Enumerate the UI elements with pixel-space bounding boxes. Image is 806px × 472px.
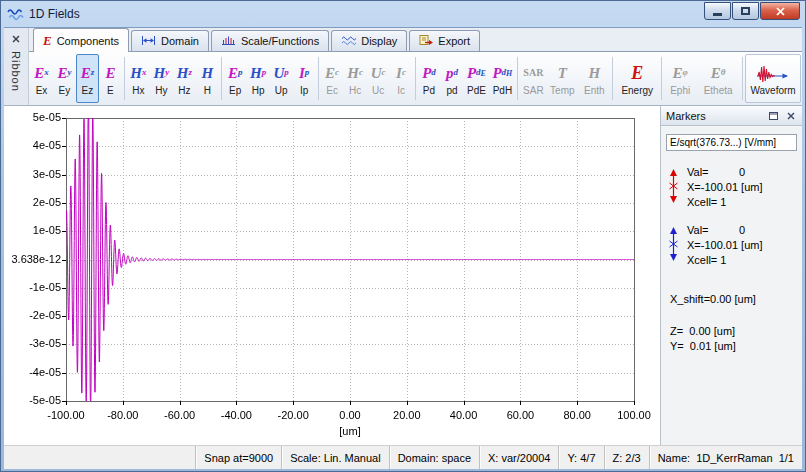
status-segment-1: Snap at=9000 [195, 446, 281, 469]
etheta-glyph-icon: Eθ [711, 62, 726, 84]
chart-canvas[interactable] [4, 106, 660, 445]
minimize-button[interactable] [704, 2, 731, 20]
waveform-glyph-icon [756, 62, 790, 84]
y-tick-label: 4e-05 [4, 139, 61, 151]
toolbar-button-label: Ey [59, 85, 71, 96]
toolbar-button-ic[interactable]: IcIc [390, 54, 413, 103]
toolbar-button-label: Temp [550, 85, 574, 96]
x-tick-label: -40.00 [204, 409, 268, 421]
panel-close-button[interactable] [784, 109, 797, 122]
status-segment-6: Z: 2/3 [604, 446, 649, 469]
x-tick-label: -80.00 [91, 409, 155, 421]
toolbar-button-hx[interactable]: HxHx [127, 54, 150, 103]
toolbar-button-pd[interactable]: PdPd [418, 54, 441, 103]
toolbar-button-ip[interactable]: IpIp [293, 54, 316, 103]
minimize-icon [713, 13, 722, 16]
toolbar-button-pde[interactable]: PdEPdE [463, 54, 489, 103]
toolbar-separator [612, 57, 613, 100]
marker-xcell: Xcell= 1 [687, 195, 763, 209]
toolbar-button-label: Energy [621, 85, 653, 96]
panel-close-icon [787, 112, 795, 120]
tab-label-scale-functions: Scale/Functions [241, 35, 319, 47]
tab-export[interactable]: Export [409, 30, 480, 51]
ic-glyph-icon: Ic [396, 62, 406, 84]
energy-glyph-icon: E [631, 62, 643, 84]
toolbar-button-ephi[interactable]: EφEphi [664, 54, 696, 103]
toolbar-button-label: Waveform [750, 85, 795, 96]
pd-glyph-icon: pd [446, 62, 458, 84]
toolbar-button-hz[interactable]: HzHz [173, 54, 196, 103]
toolbar-button-label: Hp [252, 85, 265, 96]
status-segment-3: Domain: space [389, 446, 479, 469]
tab-domain[interactable]: Domain [131, 30, 209, 51]
toolbar-button-label: Ic [397, 85, 405, 96]
marker-entry-2: Val= 0X=-100.01 [um]Xcell= 1 [667, 223, 796, 267]
toolbar-button-pd[interactable]: pdpd [440, 54, 463, 103]
marker-x: X=-100.01 [um] [687, 238, 763, 252]
scale-functions-tab-icon [221, 35, 236, 48]
maximize-button[interactable] [732, 2, 759, 20]
toolbar-button-ec[interactable]: EcEc [321, 54, 344, 103]
tab-label-export: Export [438, 35, 470, 47]
title-bar[interactable]: 1D Fields [4, 1, 802, 27]
toolbar-button-label: Ec [326, 85, 338, 96]
hz-glyph-icon: Hz [177, 62, 192, 84]
ribbon-close-button[interactable] [8, 31, 25, 47]
toolbar-button-enth[interactable]: HEnth [578, 54, 610, 103]
toolbar-button-waveform[interactable]: Waveform [745, 54, 801, 103]
chart-region: [um] 5e-054e-053e-052e-051e-053.638e-12-… [4, 106, 660, 445]
toolbar-button-ey[interactable]: EyEy [53, 54, 76, 103]
tab-display[interactable]: Display [331, 30, 407, 51]
toolbar-button-pdh[interactable]: PdHPdH [489, 54, 515, 103]
tab-label-components: Components [57, 35, 119, 47]
hx-glyph-icon: Hx [130, 62, 146, 84]
toolbar-button-ep[interactable]: EpEp [224, 54, 247, 103]
toolbar-button-label: Hx [132, 85, 144, 96]
enth-glyph-icon: H [588, 62, 600, 84]
toolbar-button-hc[interactable]: HcHc [344, 54, 367, 103]
toolbar-button-label: Ez [82, 85, 94, 96]
x-shift-value: X_shift=0.00 [um] [670, 293, 793, 305]
toolbar-button-uc[interactable]: UcUc [367, 54, 390, 103]
marker-arrow-icon[interactable] [667, 227, 680, 263]
ey-glyph-icon: Ey [57, 62, 71, 84]
toolbar-button-h[interactable]: HH [196, 54, 219, 103]
x-tick-label: -20.00 [261, 409, 325, 421]
tab-components[interactable]: EComponents [33, 28, 129, 52]
toolbar-button-label: Enth [584, 85, 605, 96]
toolbar-button-label: PdH [493, 85, 512, 96]
toolbar-button-up[interactable]: UpUp [270, 54, 293, 103]
toolbar-button-label: Up [275, 85, 288, 96]
toolbar-button-energy[interactable]: EEnergy [615, 54, 659, 103]
ribbon-area: Ribbon EComponentsDomainScale/FunctionsD… [4, 28, 802, 106]
toolbar-separator [517, 57, 518, 100]
panel-float-button[interactable] [767, 109, 780, 122]
tab-scale-functions[interactable]: Scale/Functions [211, 30, 329, 51]
panel-float-icon [769, 112, 778, 120]
pdh-glyph-icon: PdH [492, 62, 512, 84]
close-button[interactable] [760, 2, 800, 20]
toolbar-button-hy[interactable]: HyHy [150, 54, 173, 103]
x-tick-label: -60.00 [148, 409, 212, 421]
toolbar-button-hp[interactable]: HpHp [247, 54, 270, 103]
toolbar-button-ez[interactable]: EzEz [76, 54, 99, 103]
toolbar-button-temp[interactable]: TTemp [546, 54, 578, 103]
marker-arrow-icon[interactable] [667, 169, 680, 205]
app-window: 1D Fields Ribbon [0, 0, 806, 472]
temp-glyph-icon: T [558, 62, 567, 84]
ribbon-main: EComponentsDomainScale/FunctionsDisplayE… [29, 28, 802, 105]
status-segment-5: Y: 4/7 [558, 446, 603, 469]
pde-glyph-icon: PdE [467, 62, 486, 84]
toolbar-button-label: PdE [467, 85, 486, 96]
y-tick-label: 3.638e-12 [4, 253, 61, 265]
y-tick-label: 5e-05 [4, 111, 61, 123]
toolbar-button-sar[interactable]: SARSAR [520, 54, 546, 103]
toolbar-button-ex[interactable]: ExEx [30, 54, 53, 103]
toolbar-button-etheta[interactable]: EθEtheta [696, 54, 740, 103]
marker-quantity-box: E/sqrt(376.73...) [V/mm] [666, 134, 797, 151]
markers-panel-titlebar[interactable]: Markers [661, 106, 802, 126]
ribbon-rail: Ribbon [4, 28, 29, 105]
toolbar-button-e[interactable]: EE [99, 54, 122, 103]
window-controls [704, 2, 800, 20]
y-value: Y= 0.01 [um] [670, 340, 793, 352]
